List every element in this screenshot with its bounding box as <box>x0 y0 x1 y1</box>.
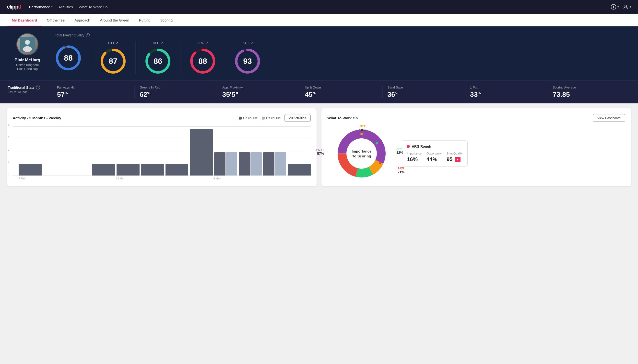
sandsave-value: 36% <box>387 91 398 98</box>
bar-group <box>43 175 66 176</box>
score-arg: ARG ↗ 88 <box>180 41 225 74</box>
legend-on-course-dot <box>239 116 242 120</box>
putt-score-value: 93 <box>243 57 252 66</box>
top-nav: clippd Performance ▾ Activities What To … <box>0 0 638 14</box>
trad-stat-scoring: Scoring Average 73.85 <box>548 86 630 98</box>
score-app: APP ↗ 86 <box>136 41 180 74</box>
detail-category-dot <box>407 145 410 148</box>
bar-off-course <box>251 152 262 176</box>
hero-section: Blair McHarg United Kingdom Plus Handica… <box>0 26 638 80</box>
bar-chart: 0 1 2 3 4 7 Feb28 Mar9 May <box>13 127 311 180</box>
svg-point-27 <box>375 142 378 144</box>
x-labels: 7 Feb28 Mar9 May <box>13 177 311 180</box>
trad-stats-title-col: Traditional Stats ? Last 20 rounds <box>8 86 52 94</box>
bar-on-course <box>214 152 226 176</box>
chart-area: 0 1 2 3 4 <box>13 127 311 176</box>
tab-my-dashboard[interactable]: My Dashboard <box>7 14 42 26</box>
player-name: Blair McHarg <box>15 58 40 62</box>
scores-section: Total Player Quality ? 88 <box>55 33 630 74</box>
app-score-value: 86 <box>153 57 162 66</box>
bar-on-course <box>117 164 140 176</box>
score-ott: OTT ↗ 87 <box>91 41 136 74</box>
player-country: United Kingdom <box>16 63 39 67</box>
trad-stat-1putt: 1 Putt 33% <box>465 86 547 98</box>
svg-point-26 <box>360 133 363 135</box>
bar-on-course <box>239 152 250 176</box>
x-axis-label: 9 May <box>213 177 238 180</box>
detail-category-title: ARG Rough <box>412 144 431 148</box>
trad-stats-subtitle: Last 20 rounds <box>8 90 52 94</box>
gir-value: 62% <box>140 91 150 98</box>
svg-point-28 <box>379 162 381 164</box>
nav-what-to-work-on[interactable]: What To Work On <box>79 5 108 9</box>
bar-group <box>92 164 115 176</box>
x-axis-label <box>140 177 164 180</box>
avatar <box>17 33 39 55</box>
importance-value: 16% <box>407 156 421 162</box>
bar-group <box>117 164 140 176</box>
user-menu-button[interactable]: ▾ <box>623 4 631 10</box>
player-handicap: Plus Handicap <box>17 67 38 71</box>
tab-approach[interactable]: Approach <box>70 14 95 26</box>
bar-off-course <box>226 152 237 176</box>
opportunity-value: 44% <box>427 156 442 162</box>
tab-putting[interactable]: Putting <box>134 14 155 26</box>
x-axis-label: 28 Mar <box>116 177 140 180</box>
view-dashboard-button[interactable]: View Dashboard <box>593 114 625 122</box>
score-total: 88 <box>55 44 91 72</box>
x-axis-label <box>165 177 189 180</box>
app-ring: 86 <box>144 48 171 74</box>
tab-off-the-tee[interactable]: Off the Tee <box>42 14 70 26</box>
nav-activities[interactable]: Activities <box>59 5 73 9</box>
1putt-value: 33% <box>470 91 481 98</box>
nav-performance[interactable]: Performance ▾ <box>29 5 53 9</box>
detail-metrics: Importance 16% Opportunity 44% Shot Qual… <box>407 152 463 162</box>
work-on-header: What To Work On View Dashboard <box>327 114 625 122</box>
bar-group <box>141 164 164 176</box>
info-icon[interactable]: ? <box>86 33 90 37</box>
total-ring: 88 <box>55 44 82 72</box>
trad-stat-proximity: App. Proximity 35'5" <box>217 86 300 98</box>
bar-group <box>19 164 42 176</box>
app-label: APP ↗ <box>153 41 163 45</box>
ott-ring: 87 <box>100 48 127 74</box>
fairways-value: 57% <box>57 91 68 98</box>
bar-on-course <box>141 164 164 176</box>
bottom-section: Activity - 3 Months - Weekly On course O… <box>0 104 638 191</box>
activity-card-header: Activity - 3 Months - Weekly On course O… <box>13 114 311 122</box>
work-on-title: What To Work On <box>327 116 358 120</box>
tab-around-the-green[interactable]: Around the Green <box>95 14 134 26</box>
legend-off-course-dot <box>262 116 265 120</box>
all-activities-button[interactable]: All Activities <box>285 114 311 122</box>
work-on-card: What To Work On View Dashboard OTT 10% A… <box>321 108 631 186</box>
arg-ring: 88 <box>189 48 216 74</box>
ott-score-value: 87 <box>109 57 118 66</box>
nav-right: ▾ ▾ <box>610 4 631 10</box>
trad-info-icon[interactable]: ? <box>36 86 40 90</box>
detail-opportunity: Opportunity 44% <box>427 152 442 162</box>
shot-quality-badge: ▼ <box>455 157 461 162</box>
bar-group <box>68 175 91 176</box>
bar-on-course <box>288 164 311 176</box>
activity-card: Activity - 3 Months - Weekly On course O… <box>7 108 317 186</box>
svg-point-3 <box>625 5 627 7</box>
trad-stat-gir: Greens In Reg 62% <box>134 86 217 98</box>
bar-off-course <box>275 152 286 176</box>
logo[interactable]: clippd <box>7 4 21 10</box>
bars-container <box>19 127 311 176</box>
add-button[interactable]: ▾ <box>610 4 619 10</box>
x-axis-label <box>238 177 262 180</box>
tab-scoring[interactable]: Scoring <box>155 14 177 26</box>
x-axis-label <box>43 177 67 180</box>
activity-legend: On course Off course All Activities <box>239 114 311 122</box>
bar-group <box>239 152 262 176</box>
donut-section: OTT 10% APP 12% ARG 21% PUTT 57% <box>327 127 625 180</box>
x-axis-label: 7 Feb <box>19 177 43 180</box>
x-axis-label <box>286 177 311 180</box>
bar-group <box>190 129 213 176</box>
scores-row: 88 OTT ↗ 87 <box>55 41 630 74</box>
activity-card-title: Activity - 3 Months - Weekly <box>13 116 61 120</box>
donut-label-app: APP 12% <box>396 147 403 154</box>
nav-links: Performance ▾ Activities What To Work On <box>29 5 603 9</box>
total-score-value: 88 <box>64 53 73 62</box>
